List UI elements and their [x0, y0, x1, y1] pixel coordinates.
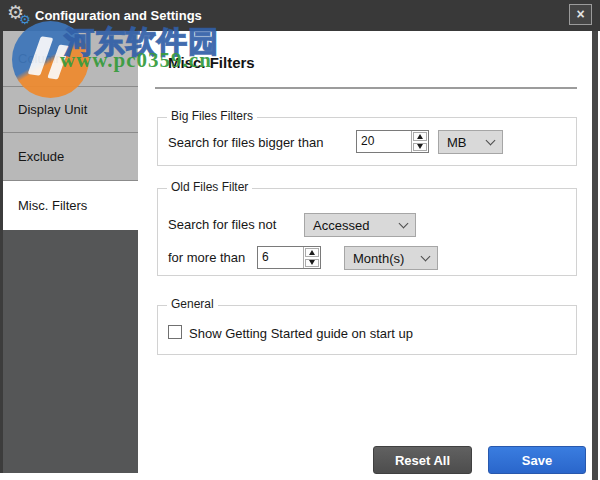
chevron-down-icon: [421, 251, 431, 261]
unit-dropdown[interactable]: MB: [438, 130, 503, 154]
arrow-up-icon: [309, 250, 315, 255]
size-spinner-up-button[interactable]: [413, 132, 427, 141]
size-spinner[interactable]: 20: [356, 130, 429, 153]
group-big-files-title: Big Files Filters: [167, 109, 257, 123]
close-button[interactable]: ×: [569, 4, 592, 25]
configuration-dialog: ⚙ ⚙ Configuration and Settings × Columns…: [0, 0, 600, 480]
close-icon: ×: [576, 6, 584, 22]
window-title: Configuration and Settings: [35, 0, 202, 31]
unit-dropdown-value: MB: [447, 135, 487, 150]
duration-unit-dropdown[interactable]: Month(s): [344, 246, 438, 270]
page-title: Misc. Filters: [168, 54, 255, 71]
group-old-files-filter: Old Files Filter Search for files not Ac…: [157, 188, 577, 276]
sidebar-item-exclude[interactable]: Exclude: [3, 133, 138, 181]
condition-dropdown[interactable]: Accessed: [304, 213, 416, 237]
arrow-down-icon: [417, 144, 423, 149]
condition-dropdown-value: Accessed: [313, 218, 400, 233]
duration-spinner-up-button[interactable]: [305, 248, 319, 257]
show-getting-started-label: Show Getting Started guide on start up: [189, 326, 413, 341]
title-separator: [155, 87, 577, 89]
more-than-label: for more than: [168, 250, 245, 265]
size-spinner-down-button[interactable]: [413, 143, 427, 152]
window-right-border: [592, 31, 598, 480]
duration-spinner[interactable]: 6: [257, 246, 321, 269]
size-spinner-buttons: [411, 131, 428, 152]
duration-spinner-buttons: [303, 247, 320, 268]
save-button[interactable]: Save: [488, 446, 586, 474]
duration-spinner-down-button[interactable]: [305, 259, 319, 268]
arrow-up-icon: [417, 134, 423, 139]
group-general: General Show Getting Started guide on st…: [157, 305, 577, 355]
chevron-down-icon: [399, 218, 409, 228]
group-old-files-title: Old Files Filter: [167, 180, 252, 194]
group-general-title: General: [167, 297, 218, 311]
sidebar: Columns Display Unit Exclude Misc. Filte…: [3, 31, 138, 473]
arrow-down-icon: [309, 260, 315, 265]
sidebar-item-misc-filters[interactable]: Misc. Filters: [3, 181, 138, 230]
size-spinner-value: 20: [357, 131, 411, 152]
gear-small-icon: ⚙: [19, 13, 31, 26]
duration-unit-dropdown-value: Month(s): [353, 251, 422, 266]
sidebar-filler: [3, 230, 138, 473]
sidebar-item-columns[interactable]: Columns: [3, 31, 138, 87]
sidebar-item-display-unit[interactable]: Display Unit: [3, 87, 138, 133]
app-icon: ⚙ ⚙: [7, 3, 33, 29]
files-not-label: Search for files not: [168, 217, 276, 232]
bigger-than-label: Search for files bigger than: [168, 135, 323, 150]
reset-all-button[interactable]: Reset All: [373, 446, 472, 474]
duration-spinner-value: 6: [258, 247, 303, 268]
show-getting-started-checkbox[interactable]: [168, 325, 182, 339]
chevron-down-icon: [486, 135, 496, 145]
group-big-files-filters: Big Files Filters Search for files bigge…: [157, 117, 577, 166]
titlebar: ⚙ ⚙ Configuration and Settings ×: [0, 0, 600, 31]
